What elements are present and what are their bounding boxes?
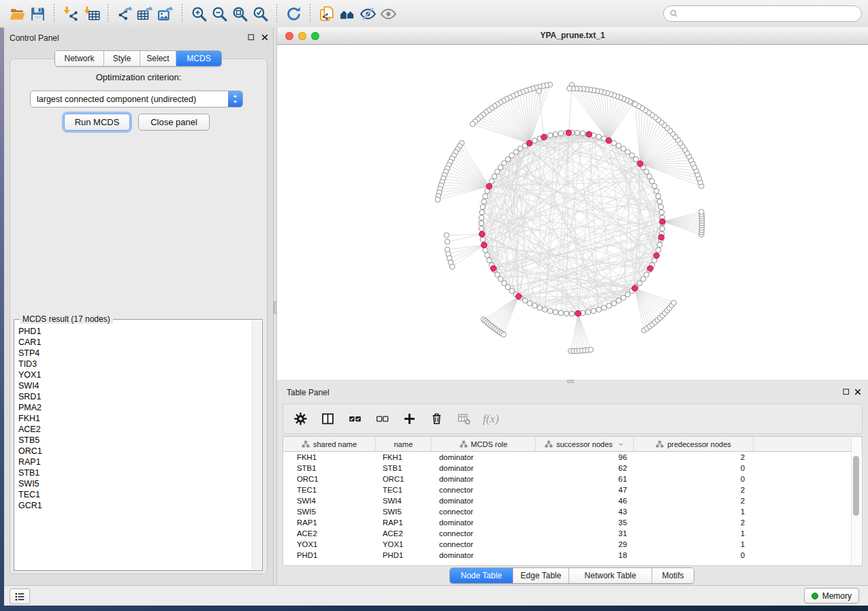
show-all-icon xyxy=(380,5,397,22)
table-row[interactable]: PHD1PHD1dominator180 xyxy=(283,550,862,561)
table-row[interactable]: YOX1YOX1connector291 xyxy=(283,539,862,550)
tab-edge-table[interactable]: Edge Table xyxy=(513,568,569,583)
column-header-shared-name[interactable]: shared name xyxy=(283,437,376,451)
tab-network[interactable]: Network xyxy=(55,51,104,66)
table-panel-titlebar: Table Panel xyxy=(277,383,868,401)
mcds-result-node[interactable]: FKH1 xyxy=(17,413,250,424)
mcds-result-node[interactable]: STB5 xyxy=(17,435,250,446)
zoom-out-button[interactable] xyxy=(209,3,229,24)
float-table-panel-button[interactable] xyxy=(841,387,851,397)
optimization-criterion-label: Optimization criterion: xyxy=(10,72,268,82)
scrollbar-thumb[interactable] xyxy=(853,456,859,516)
zoom-selected-button[interactable] xyxy=(250,3,270,24)
close-table-panel-button[interactable] xyxy=(853,387,863,397)
column-header-MCDS-role[interactable]: MCDS role xyxy=(432,437,536,451)
table-row[interactable]: RAP1RAP1dominator352 xyxy=(283,517,862,528)
hier-icon xyxy=(656,440,664,448)
apply-function-button[interactable]: f(x) xyxy=(482,410,500,428)
network-graph[interactable] xyxy=(277,45,868,380)
mcds-result-node[interactable]: TEC1 xyxy=(17,489,250,500)
columns-button[interactable] xyxy=(319,410,336,428)
mcds-result-node[interactable]: PMA2 xyxy=(17,402,250,413)
column-label: MCDS role xyxy=(471,440,508,448)
deselect-all-icon xyxy=(375,412,389,426)
tab-node-table[interactable]: Node Table xyxy=(450,568,513,583)
column-header-predecessor-nodes[interactable]: predecessor nodes xyxy=(634,437,754,451)
show-all-button[interactable] xyxy=(378,3,398,24)
close-icon xyxy=(260,33,270,42)
delete-row-button[interactable] xyxy=(428,410,445,428)
import-network-button[interactable] xyxy=(61,3,81,24)
zoom-in-button[interactable] xyxy=(189,3,209,24)
zoom-selected-icon xyxy=(252,5,269,22)
run-mcds-button[interactable]: Run MCDS xyxy=(64,114,130,131)
duplicate-network-button[interactable] xyxy=(317,3,337,24)
gear-icon xyxy=(293,412,308,426)
select-all-button[interactable] xyxy=(346,410,364,428)
zoom-fit-button[interactable] xyxy=(229,3,250,24)
criterion-selected-value: largest connected component (undirected) xyxy=(31,95,228,104)
table-row[interactable]: STB1STB1dominator620 xyxy=(283,463,862,474)
mcds-result-node[interactable]: RAP1 xyxy=(17,457,250,467)
add-row-button[interactable] xyxy=(400,410,418,428)
export-network-button[interactable] xyxy=(114,3,135,24)
gear-button[interactable] xyxy=(291,410,309,428)
network-window-titlebar[interactable]: YPA_prune.txt_1 xyxy=(277,27,868,45)
tab-style[interactable]: Style xyxy=(104,51,140,66)
column-header-successor-nodes[interactable]: successor nodes xyxy=(536,437,634,451)
close-control-panel-button[interactable] xyxy=(260,33,270,42)
mcds-result-node[interactable]: PHD1 xyxy=(17,326,250,337)
tab-motifs[interactable]: Motifs xyxy=(652,568,694,583)
hide-selected-icon xyxy=(359,5,376,22)
import-table-icon xyxy=(83,5,100,22)
first-neighbors-button[interactable] xyxy=(337,3,357,24)
export-image-button[interactable] xyxy=(155,3,176,24)
mcds-result-node[interactable]: ORC1 xyxy=(17,446,250,457)
mcds-result-node[interactable]: SWI5 xyxy=(17,478,250,489)
network-canvas[interactable] xyxy=(277,45,868,380)
table-row[interactable]: SWI5SWI5connector431 xyxy=(283,506,862,517)
delete-table-button[interactable] xyxy=(455,410,472,428)
tab-select[interactable]: Select xyxy=(140,51,176,66)
memory-button[interactable]: Memory xyxy=(804,588,859,604)
refresh-layout-button[interactable] xyxy=(283,3,304,24)
open-session-button[interactable] xyxy=(7,3,27,24)
column-header-name[interactable]: name xyxy=(376,437,432,451)
table-row[interactable]: FKH1FKH1dominator962 xyxy=(283,452,862,463)
memory-status-icon xyxy=(811,593,818,599)
search-input[interactable] xyxy=(679,7,861,20)
float-panel-button[interactable] xyxy=(246,33,256,42)
tab-mcds[interactable]: MCDS xyxy=(176,51,221,66)
function-icon: f(x) xyxy=(483,412,499,426)
result-list-scrollbar[interactable] xyxy=(252,320,261,569)
mcds-result-node[interactable]: CAR1 xyxy=(17,337,250,348)
mcds-result-node[interactable]: STB1 xyxy=(17,467,250,478)
toolbar-separator xyxy=(310,4,310,23)
export-table-button[interactable] xyxy=(135,3,155,24)
table-row[interactable]: ORC1ORC1dominator610 xyxy=(283,474,862,484)
mcds-result-node[interactable]: SWI4 xyxy=(17,380,250,391)
mcds-result-node[interactable]: TID3 xyxy=(17,359,250,369)
table-row[interactable]: TEC1TEC1connector472 xyxy=(283,484,862,495)
table-row[interactable]: ACE2ACE2connector311 xyxy=(283,528,862,539)
mcds-result-node[interactable]: YOX1 xyxy=(17,369,250,380)
table-row[interactable]: SWI4SWI4dominator462 xyxy=(283,495,862,506)
mcds-result-list: PHD1CAR1STP4TID3YOX1SWI4SRD1PMA2FKH1ACE2… xyxy=(17,326,250,569)
mcds-result-node[interactable]: ACE2 xyxy=(17,424,250,435)
table-scrollbar[interactable] xyxy=(851,437,861,565)
mcds-result-box: MCDS result (17 nodes) PHD1CAR1STP4TID3Y… xyxy=(14,319,263,571)
tab-network-table[interactable]: Network Table xyxy=(569,568,652,583)
mcds-result-title: MCDS result (17 nodes) xyxy=(20,314,113,324)
hide-selected-button[interactable] xyxy=(357,3,378,24)
import-table-button[interactable] xyxy=(81,3,101,24)
close-panel-button[interactable]: Close panel xyxy=(138,114,210,131)
mcds-result-node[interactable]: SRD1 xyxy=(17,391,250,402)
deselect-all-button[interactable] xyxy=(373,410,391,428)
save-session-button[interactable] xyxy=(27,3,48,24)
duplicate-network-icon xyxy=(319,5,336,22)
table-panel: Table Panel f(x) shared namenameMCDS rol… xyxy=(277,383,868,585)
panel-menu-button[interactable] xyxy=(10,589,30,604)
mcds-result-node[interactable]: GCR1 xyxy=(17,500,250,511)
optimization-criterion-select[interactable]: largest connected component (undirected) xyxy=(30,90,243,108)
mcds-result-node[interactable]: STP4 xyxy=(17,348,250,359)
